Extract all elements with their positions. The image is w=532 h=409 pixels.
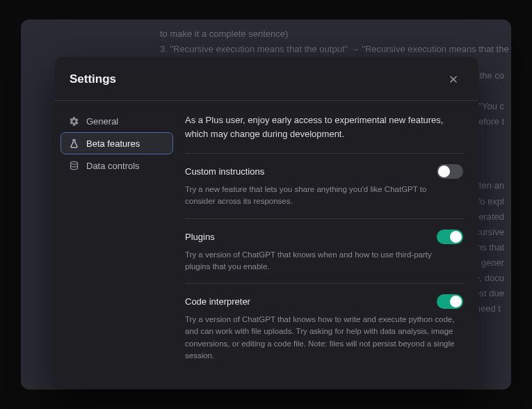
close-button[interactable] xyxy=(444,70,463,89)
modal-title: Settings xyxy=(70,72,116,86)
settings-sidebar: General Beta features Data controls xyxy=(54,101,179,389)
sidebar-item-label: Beta features xyxy=(86,138,140,149)
toggle-plugins[interactable] xyxy=(437,230,463,244)
setting-title: Plugins xyxy=(185,232,215,242)
sidebar-item-beta-features[interactable]: Beta features xyxy=(61,133,172,154)
sidebar-item-data-controls[interactable]: Data controls xyxy=(61,155,172,176)
intro-text: As a Plus user, enjoy early access to ex… xyxy=(185,113,463,154)
setting-title: Code interpreter xyxy=(185,296,250,307)
toggle-knob xyxy=(450,231,462,243)
bg-line: 3. "Recursive execution means that the o… xyxy=(160,42,511,57)
settings-modal: Settings General Beta features xyxy=(54,57,478,389)
setting-plugins: Plugins Try a version of ChatGPT that kn… xyxy=(185,219,463,284)
setting-description: Try a new feature that lets you share an… xyxy=(185,184,463,208)
close-icon xyxy=(449,74,458,84)
toggle-knob xyxy=(438,166,450,177)
settings-content: As a Plus user, enjoy early access to ex… xyxy=(179,101,478,389)
flask-icon xyxy=(68,138,79,149)
svg-point-2 xyxy=(70,161,77,164)
setting-code-interpreter: Code interpreter Try a version of ChatGP… xyxy=(185,284,463,372)
toggle-custom-instructions[interactable] xyxy=(437,164,463,179)
bg-line: to make it a complete sentence) xyxy=(160,26,511,42)
gear-icon xyxy=(68,115,79,127)
sidebar-item-label: General xyxy=(86,116,118,127)
setting-description: Try a version of ChatGPT that knows how … xyxy=(185,314,463,362)
setting-description: Try a version of ChatGPT that knows when… xyxy=(185,249,463,273)
sidebar-item-label: Data controls xyxy=(86,161,140,171)
modal-header: Settings xyxy=(54,57,478,101)
setting-title: Custom instructions xyxy=(185,166,264,177)
modal-body: General Beta features Data controls As a… xyxy=(54,101,478,389)
sidebar-item-general[interactable]: General xyxy=(61,111,172,131)
toggle-code-interpreter[interactable] xyxy=(437,294,463,309)
database-icon xyxy=(68,160,79,171)
setting-custom-instructions: Custom instructions Try a new feature th… xyxy=(185,154,463,219)
toggle-knob xyxy=(450,296,462,307)
